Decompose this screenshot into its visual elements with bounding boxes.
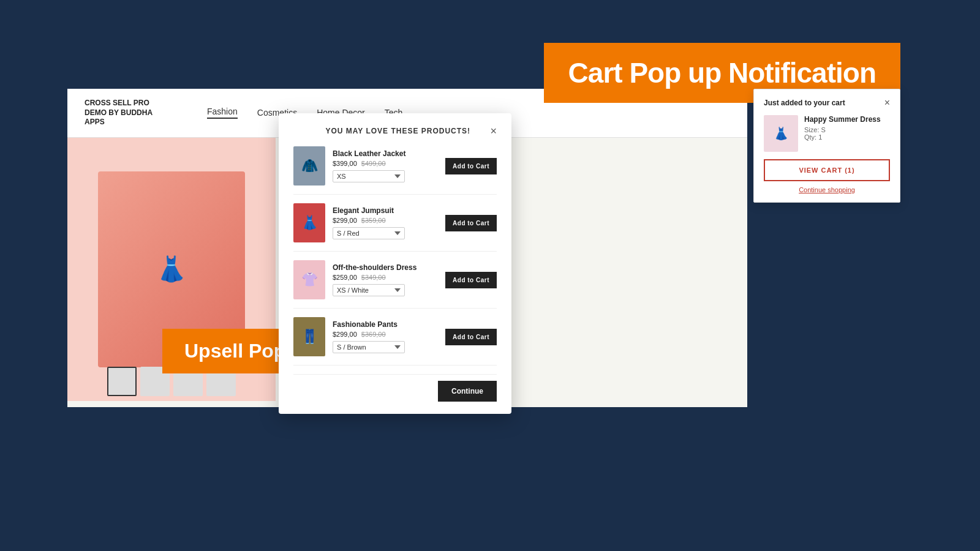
notification-header: Just added to your cart ×: [764, 98, 890, 108]
product-name-3: Off-the-shoulders Dress: [333, 263, 438, 272]
product-details-4: Fashionable Pants $299,00 $369,00 S / Br…: [333, 320, 438, 353]
variant-select-2[interactable]: S / Red M / Red L / Red: [333, 227, 405, 239]
notification-product-name: Happy Summer Dress: [804, 115, 890, 124]
notification-product-info: Happy Summer Dress Size: S Qty: 1: [804, 115, 890, 152]
site-logo: CROSS SELL PRO DEMO BY BUDDHA APPS: [85, 99, 170, 127]
price-original-4: $369,00: [361, 331, 386, 338]
price-current-4: $299,00: [333, 331, 357, 338]
product-prices-1: $399,00 $499,00: [333, 160, 438, 167]
continue-shopping-link[interactable]: Continue shopping: [764, 186, 890, 193]
product-prices-2: $299,00 $359,00: [333, 217, 438, 224]
upsell-product-row-1: 🧥 Black Leather Jacket $399,00 $499,00 X…: [293, 146, 497, 195]
variant-select-1[interactable]: XS S M L: [333, 170, 405, 182]
modal-header: YOU MAY LOVE THESE PRODUCTS! ×: [293, 126, 497, 137]
view-cart-button[interactable]: VIEW CART (1): [764, 159, 890, 181]
product-details-2: Elegant Jumpsuit $299,00 $359,00 S / Red…: [333, 206, 438, 239]
nav-fashion[interactable]: Fashion: [207, 107, 238, 119]
upsell-modal: YOU MAY LOVE THESE PRODUCTS! × 🧥 Black L…: [279, 113, 511, 414]
notification-title: Just added to your cart: [764, 99, 845, 107]
add-to-cart-btn-2[interactable]: Add to Cart: [445, 215, 497, 231]
product-prices-3: $259,00 $349,00: [333, 274, 438, 281]
banner-text: Cart Pop up Notification: [568, 57, 876, 89]
add-to-cart-btn-3[interactable]: Add to Cart: [445, 272, 497, 288]
price-original-2: $359,00: [361, 217, 386, 224]
product-image-2: 👗: [293, 203, 325, 242]
notification-product-image: 👗: [764, 115, 798, 152]
continue-button[interactable]: Continue: [438, 381, 497, 402]
price-original-1: $499,00: [361, 160, 386, 167]
notification-close-button[interactable]: ×: [884, 98, 890, 108]
upsell-product-row-2: 👗 Elegant Jumpsuit $299,00 $359,00 S / R…: [293, 203, 497, 252]
product-name-4: Fashionable Pants: [333, 320, 438, 329]
add-to-cart-btn-4[interactable]: Add to Cart: [445, 329, 497, 345]
cart-notification-popup: Just added to your cart × 👗 Happy Summer…: [753, 89, 900, 203]
add-to-cart-btn-1[interactable]: Add to Cart: [445, 158, 497, 174]
thumbnail-1[interactable]: [107, 367, 137, 396]
product-name-1: Black Leather Jacket: [333, 149, 438, 158]
modal-close-button[interactable]: ×: [490, 126, 497, 137]
product-prices-4: $299,00 $369,00: [333, 331, 438, 338]
upsell-product-row-3: 👚 Off-the-shoulders Dress $259,00 $349,0…: [293, 260, 497, 309]
price-original-3: $349,00: [361, 274, 386, 281]
product-image-1: 🧥: [293, 146, 325, 186]
notification-product-qty: Qty: 1: [804, 133, 890, 141]
modal-title: YOU MAY LOVE THESE PRODUCTS!: [306, 127, 490, 135]
product-image-3: 👚: [293, 260, 325, 299]
product-details-1: Black Leather Jacket $399,00 $499,00 XS …: [333, 149, 438, 182]
product-details-3: Off-the-shoulders Dress $259,00 $349,00 …: [333, 263, 438, 296]
price-current-1: $399,00: [333, 160, 357, 167]
variant-select-3[interactable]: XS / White S / White M / White: [333, 284, 405, 296]
price-current-3: $259,00: [333, 274, 357, 281]
price-current-2: $299,00: [333, 217, 357, 224]
upsell-product-row-4: 👖 Fashionable Pants $299,00 $369,00 S / …: [293, 317, 497, 365]
notification-product: 👗 Happy Summer Dress Size: S Qty: 1: [764, 115, 890, 152]
product-image-4: 👖: [293, 317, 325, 356]
notification-product-size: Size: S: [804, 126, 890, 133]
variant-select-4[interactable]: S / Brown M / Brown L / Brown: [333, 341, 405, 353]
product-name-2: Elegant Jumpsuit: [333, 206, 438, 215]
modal-footer: Continue: [293, 374, 497, 402]
